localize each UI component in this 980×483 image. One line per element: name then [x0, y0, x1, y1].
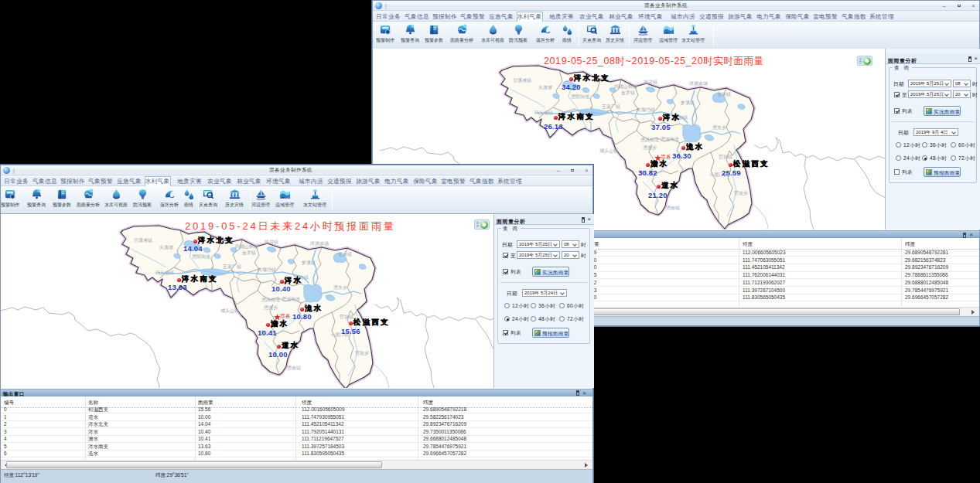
- svg-text:复兴镇: 复兴镇: [717, 91, 731, 97]
- svg-text:盐井镇: 盐井镇: [265, 240, 278, 244]
- svg-text:码头铺镇: 码头铺镇: [155, 270, 174, 275]
- svg-text:梦溪镇: 梦溪镇: [301, 260, 316, 266]
- svg-text:码头铺镇: 码头铺镇: [534, 110, 553, 115]
- svg-text:甘溪滩镇: 甘溪滩镇: [513, 77, 531, 83]
- svg-text:官垸镇: 官垸镇: [340, 314, 353, 320]
- svg-text:火连坡: 火连坡: [538, 85, 552, 90]
- svg-text:澧东乡: 澧东乡: [333, 284, 347, 290]
- svg-text:澧阳街道: 澧阳街道: [571, 94, 589, 100]
- svg-text:火连坡: 火连坡: [159, 245, 173, 250]
- svg-text:甘溪滩镇: 甘溪滩镇: [134, 237, 152, 243]
- svg-text:官垸镇: 官垸镇: [719, 154, 732, 160]
- svg-text:王家厂镇: 王家厂镇: [222, 264, 241, 269]
- svg-text:梦溪镇: 梦溪镇: [680, 100, 695, 106]
- svg-text:澧澹乡: 澧澹乡: [264, 305, 278, 311]
- svg-text:澧澹乡: 澧澹乡: [643, 145, 657, 151]
- svg-text:.: .: [229, 218, 230, 219]
- svg-text:澧西街道: 澧西街道: [640, 138, 659, 143]
- svg-text:官垸乡: 官垸乡: [355, 350, 369, 356]
- svg-text:官垸乡: 官垸乡: [734, 190, 748, 196]
- svg-text:城头山镇: 城头山镇: [220, 308, 239, 313]
- svg-text:澧南镇: 澧南镇: [287, 366, 301, 370]
- svg-text:金罗镇: 金罗镇: [620, 90, 635, 95]
- svg-text:四顾山林场: 四顾山林场: [235, 243, 258, 250]
- svg-text:四顾山林场: 四顾山林场: [614, 83, 637, 90]
- svg-text:城头山镇: 城头山镇: [599, 148, 618, 153]
- svg-text:澧阳街道: 澧阳街道: [192, 254, 210, 260]
- svg-text:澧浦街道: 澧浦街道: [282, 297, 300, 302]
- svg-text:澧东乡: 澧东乡: [712, 124, 726, 130]
- svg-text:复兴镇: 复兴镇: [338, 251, 352, 257]
- svg-text:金罗镇: 金罗镇: [241, 250, 256, 255]
- svg-text:澧西街道: 澧西街道: [261, 298, 280, 303]
- svg-text:涔澹农场: 涔澹农场: [310, 240, 329, 247]
- svg-text:大堰垱镇: 大堰垱镇: [637, 107, 655, 112]
- svg-text:涔澹农场: 涔澹农场: [689, 80, 708, 87]
- svg-text:澧浦街道: 澧浦街道: [661, 137, 679, 142]
- svg-text:澧南镇: 澧南镇: [666, 206, 680, 210]
- svg-text:大堰垱镇: 大堰垱镇: [258, 267, 276, 272]
- svg-text:盐井镇: 盐井镇: [644, 80, 657, 84]
- svg-text:王家厂镇: 王家厂镇: [601, 104, 620, 109]
